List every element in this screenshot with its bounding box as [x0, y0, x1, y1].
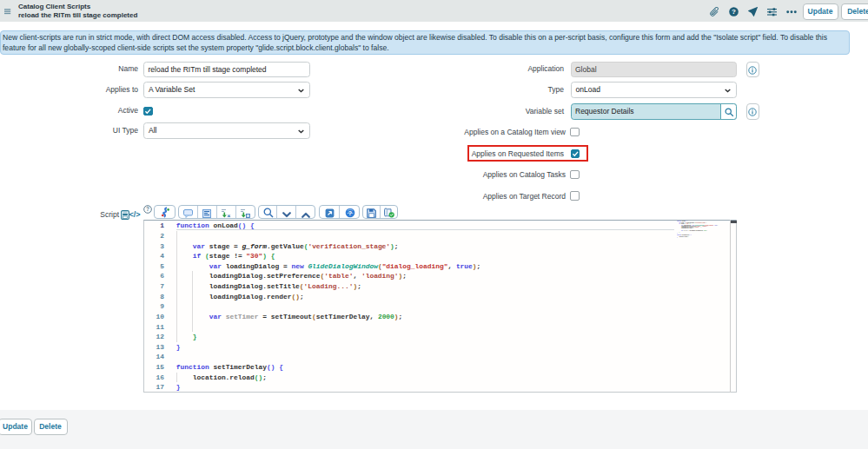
svg-text:?: ?: [146, 206, 149, 212]
svg-text:?: ?: [732, 8, 736, 16]
svg-text:?: ?: [348, 209, 352, 215]
